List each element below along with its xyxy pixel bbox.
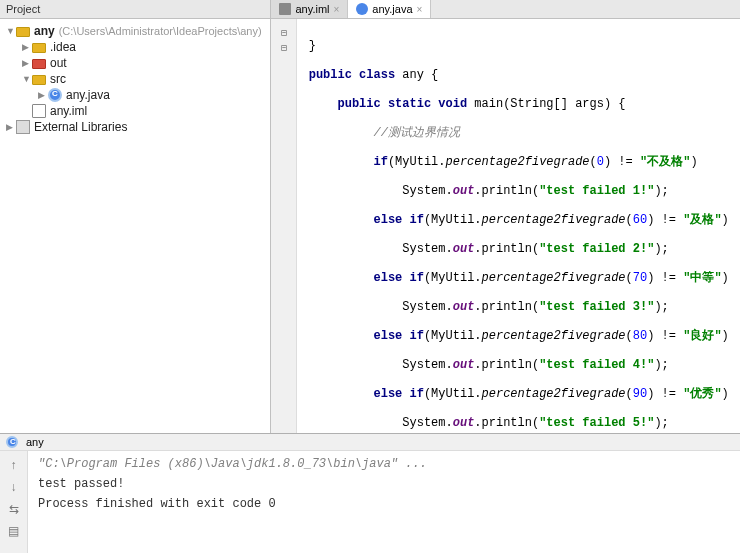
editor-tab-bar: any.iml × any.java ×	[271, 0, 740, 19]
tab-any-iml[interactable]: any.iml ×	[271, 0, 348, 18]
tree-root[interactable]: ▼ any(C:\Users\Administrator\IdeaProject…	[0, 23, 270, 39]
fold-icon[interactable]: ⊟	[271, 25, 296, 40]
folder-icon	[16, 27, 30, 37]
tree-any-iml[interactable]: any.iml	[0, 103, 270, 119]
java-class-icon	[48, 88, 62, 102]
scroll-down-icon[interactable]: ↓	[6, 479, 22, 495]
chevron-down-icon[interactable]: ▼	[6, 26, 16, 36]
console-panel: any ↑ ↓ ⇆ ▤ "C:\Program Files (x86)\Java…	[0, 433, 740, 553]
console-command: "C:\Program Files (x86)\Java\jdk1.8.0_73…	[38, 457, 730, 471]
folder-icon	[32, 59, 46, 69]
chevron-down-icon[interactable]: ▼	[22, 74, 32, 84]
file-icon	[279, 3, 291, 15]
tree-idea-folder[interactable]: ▶ .idea	[0, 39, 270, 55]
tab-any-java[interactable]: any.java ×	[348, 0, 431, 18]
editor-gutter[interactable]: ⊟ ⊟	[271, 19, 297, 433]
project-panel: Project ▼ any(C:\Users\Administrator\Ide…	[0, 0, 271, 433]
console-exit: Process finished with exit code 0	[38, 497, 730, 511]
file-icon	[32, 104, 46, 118]
fold-icon[interactable]: ⊟	[271, 40, 296, 55]
folder-icon	[32, 75, 46, 85]
chevron-right-icon[interactable]: ▶	[22, 58, 32, 68]
code-editor[interactable]: ⊟ ⊟ } public class any { public static v…	[271, 19, 740, 433]
console-stdout: test passed!	[38, 477, 730, 491]
library-icon	[16, 120, 30, 134]
editor-panel: any.iml × any.java × ⊟ ⊟ } public class …	[271, 0, 740, 433]
java-class-icon	[6, 436, 18, 448]
close-icon[interactable]: ×	[334, 4, 340, 15]
close-icon[interactable]: ×	[417, 4, 423, 15]
scroll-up-icon[interactable]: ↑	[6, 457, 22, 473]
java-class-icon	[356, 3, 368, 15]
print-icon[interactable]: ▤	[6, 523, 22, 539]
tree-src-folder[interactable]: ▼ src	[0, 71, 270, 87]
console-output[interactable]: "C:\Program Files (x86)\Java\jdk1.8.0_73…	[28, 451, 740, 553]
chevron-right-icon[interactable]: ▶	[38, 90, 48, 100]
chevron-right-icon[interactable]: ▶	[22, 42, 32, 52]
project-tree[interactable]: ▼ any(C:\Users\Administrator\IdeaProject…	[0, 19, 270, 433]
project-panel-header: Project	[0, 0, 270, 19]
chevron-right-icon[interactable]: ▶	[6, 122, 16, 132]
soft-wrap-icon[interactable]: ⇆	[6, 501, 22, 517]
console-toolbar: ↑ ↓ ⇆ ▤	[0, 451, 28, 553]
folder-icon	[32, 43, 46, 53]
tree-external-libs[interactable]: ▶ External Libraries	[0, 119, 270, 135]
tree-out-folder[interactable]: ▶ out	[0, 55, 270, 71]
code-lines[interactable]: } public class any { public static void …	[297, 19, 740, 433]
tree-any-java[interactable]: ▶ any.java	[0, 87, 270, 103]
breadcrumb[interactable]: any	[0, 434, 740, 451]
